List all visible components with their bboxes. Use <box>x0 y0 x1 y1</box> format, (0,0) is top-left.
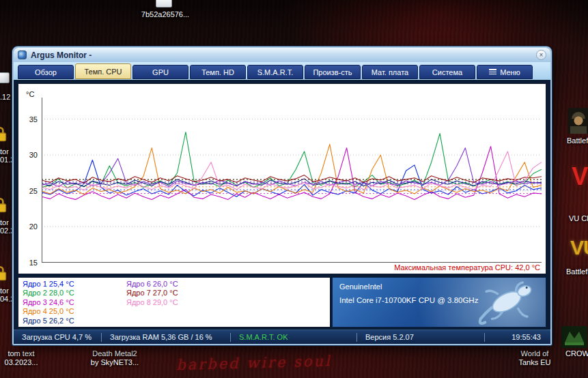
tab-temp-cpu[interactable]: Темп. CPU <box>75 63 131 79</box>
temp-chart-svg <box>42 98 542 263</box>
desktop-icon-label[interactable]: tor <box>0 218 9 227</box>
gecko-logo-icon <box>476 279 544 327</box>
tab-overview[interactable]: Обзор <box>18 65 74 79</box>
core-temp-entry: Ядро 8 29,0 °C <box>126 298 236 307</box>
battlefield-icon[interactable] <box>568 108 588 136</box>
tab-performance[interactable]: Произв-сть <box>305 65 361 79</box>
desktop-icon-label[interactable]: Tanks EU <box>514 358 556 366</box>
core-temp-entry: Ядро 2 28,0 °C <box>23 289 126 297</box>
info-row: Ядро 1 25,4 °C Ядро 2 28,0 °C Ядро 3 24,… <box>18 277 546 328</box>
desktop-icon-label[interactable]: Battlefiel <box>566 267 588 276</box>
desktop-icon-label[interactable]: 7b52a26576... <box>137 10 194 18</box>
tab-gpu[interactable]: GPU <box>132 65 188 79</box>
temp-chart-panel: °C 3530252015 Максимальная температура C… <box>18 83 546 274</box>
desktop-icon-label[interactable]: Death Metal2 <box>82 349 148 358</box>
desktop-icon-label[interactable]: Battlefie <box>567 136 588 145</box>
y-axis-tick: 30 <box>20 151 38 159</box>
max-temp-note: Максимальная температура CPU: 42,0 °C <box>394 263 540 272</box>
core-temp-entry: Ядро 4 25,0 °C <box>23 307 126 316</box>
status-cpu-load: Загрузка CPU 4,7 % <box>14 333 101 341</box>
desktop-icon-label[interactable]: 03.2023... <box>0 358 42 366</box>
core-temp-entry: Ядро 5 26,2 °C <box>23 317 126 325</box>
desktop-icon-label[interactable]: World of <box>514 349 556 358</box>
tab-temp-hd[interactable]: Темп. HD <box>190 65 246 79</box>
file-icon[interactable] <box>156 0 172 8</box>
desktop-icon-label[interactable]: .12 <box>0 93 10 101</box>
cpu-vendor: GenuineIntel <box>339 282 382 291</box>
app-icon <box>18 50 27 59</box>
close-button[interactable]: × <box>536 50 546 60</box>
tab-system[interactable]: Система <box>419 65 475 79</box>
desktop-icon-label[interactable]: VU Clie <box>569 214 588 222</box>
lock-icon[interactable] <box>0 197 9 214</box>
status-clock: 19:55:43 <box>485 333 550 341</box>
argus-monitor-window: Argus Monitor - × Обзор Темп. CPU GPU Те… <box>12 46 552 345</box>
tab-bar: Обзор Темп. CPU GPU Темп. HD S.M.A.R.T. … <box>14 62 550 81</box>
y-axis-tick: 35 <box>20 115 38 123</box>
tab-menu[interactable]: Меню <box>477 65 533 79</box>
desktop: barbed wire soul 7b52a26576... .12 tor 0… <box>0 0 588 378</box>
tab-smart[interactable]: S.M.A.R.T. <box>247 65 303 79</box>
tab-mainboard[interactable]: Мат. плата <box>362 65 418 79</box>
cpu-model: Intel Core i7-10700KF CPU @ 3.80GHz <box>339 296 478 304</box>
lock-icon[interactable] <box>0 126 9 143</box>
hamburger-icon <box>489 69 496 75</box>
file-icon[interactable] <box>0 72 10 83</box>
cpu-info-panel: GenuineIntel Intel Core i7-10700KF CPU @… <box>332 277 546 328</box>
core-temp-entry: Ядро 7 27,0 °C <box>126 289 236 297</box>
status-smart: S.M.A.R.T. OK <box>231 333 356 341</box>
y-axis-tick: 15 <box>20 259 38 267</box>
gold-emblem-icon[interactable]: VU <box>570 236 588 259</box>
status-bar: Загрузка CPU 4,7 % Загрузка RAM 5,36 GB … <box>14 330 550 344</box>
core-temps-legend: Ядро 1 25,4 °C Ядро 2 28,0 °C Ядро 3 24,… <box>18 277 331 328</box>
vu-player-icon[interactable]: VU <box>572 164 588 190</box>
crown-icon[interactable] <box>561 326 587 351</box>
core-temp-entry: Ядро 1 25,4 °C <box>23 280 126 289</box>
status-version: Версия 5.2.07 <box>357 333 484 341</box>
y-axis-unit: °C <box>26 90 34 98</box>
desktop-icon-label[interactable]: by SkyNET3... <box>82 358 148 366</box>
y-axis-tick: 25 <box>20 187 38 195</box>
lock-icon[interactable] <box>0 265 9 282</box>
status-ram-load: Загрузка RAM 5,36 GB / 16 % <box>102 333 230 341</box>
desktop-icon-label[interactable]: tor <box>0 287 9 295</box>
core-temp-entry: Ядро 6 26,0 °C <box>126 280 236 289</box>
desktop-icon-label[interactable]: tom text <box>0 349 42 358</box>
desktop-icon-label[interactable]: tor <box>0 147 9 156</box>
core-temp-entry: Ядро 3 24,6 °C <box>23 298 126 307</box>
desktop-icon-label[interactable]: CROW <box>565 349 588 358</box>
tab-menu-label: Меню <box>500 68 520 76</box>
window-titlebar[interactable]: Argus Monitor - × <box>14 48 550 62</box>
graffiti-text: barbed wire soul <box>176 353 332 373</box>
y-axis-tick: 20 <box>20 222 38 231</box>
window-title: Argus Monitor - <box>31 50 92 60</box>
close-icon: × <box>540 52 544 59</box>
